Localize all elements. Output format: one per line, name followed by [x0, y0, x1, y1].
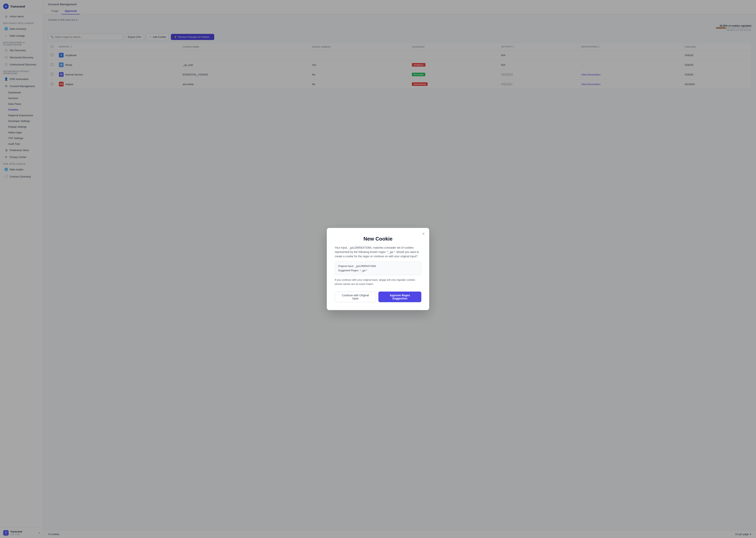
continue-original-button[interactable]: Continue with Original Input [335, 292, 376, 302]
new-cookie-modal: ✕ New Cookie Your input, _ga128958374384… [327, 228, 429, 310]
suggested-regex-text: Suggested Regex: ^_ga.* [338, 268, 418, 273]
original-input-text: Original Input: _ga128958374384 [338, 264, 418, 268]
approve-regex-button[interactable]: Approve Regex Suggestion [378, 292, 421, 302]
modal-actions: Continue with Original Input Approve Reg… [335, 292, 421, 302]
modal-body-text: Your input, _ga128958374384, matches a b… [335, 245, 421, 259]
modal-code-block: Original Input: _ga128958374384 Suggeste… [335, 261, 421, 275]
modal-note-text: If you continue with your original input… [335, 278, 421, 286]
modal-overlay: ✕ New Cookie Your input, _ga128958374384… [0, 0, 756, 538]
modal-title: New Cookie [335, 236, 421, 242]
modal-close-button[interactable]: ✕ [420, 231, 426, 237]
